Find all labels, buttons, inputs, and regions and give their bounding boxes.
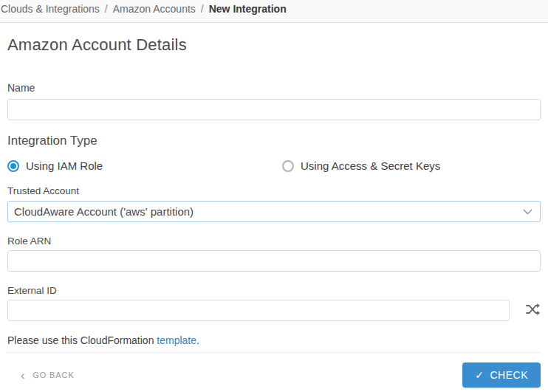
chevron-left-icon: ‹ bbox=[21, 371, 25, 379]
template-link[interactable]: template bbox=[157, 334, 196, 346]
trusted-account-select[interactable]: CloudAware Account ('aws' partition) bbox=[7, 201, 541, 222]
page-title: Amazon Account Details bbox=[7, 35, 541, 55]
external-id-label: External ID bbox=[7, 285, 541, 296]
check-icon: ✓ bbox=[475, 369, 484, 381]
chevron-down-icon bbox=[523, 209, 532, 215]
footer-actions: ‹ GO BACK ✓ CHECK bbox=[7, 353, 541, 388]
main-content: Amazon Account Details Name Integration … bbox=[0, 35, 548, 388]
radio-button-icon bbox=[7, 160, 19, 172]
name-label: Name bbox=[7, 82, 541, 94]
note-text: . bbox=[196, 334, 199, 346]
check-button[interactable]: ✓ CHECK bbox=[462, 362, 541, 388]
radio-label: Using Access & Secret Keys bbox=[301, 159, 440, 172]
breadcrumb-item-amazon-accounts[interactable]: Amazon Accounts bbox=[113, 3, 196, 15]
trusted-account-label: Trusted Account bbox=[7, 185, 541, 196]
generate-external-id-button[interactable] bbox=[526, 303, 540, 317]
breadcrumb: Clouds & Integrations / Amazon Accounts … bbox=[0, 0, 548, 23]
name-input[interactable] bbox=[7, 99, 541, 120]
trusted-account-selected-value: CloudAware Account ('aws' partition) bbox=[14, 205, 193, 218]
radio-button-icon bbox=[282, 160, 294, 172]
integration-type-radio-group: Using IAM Role Using Access & Secret Key… bbox=[7, 159, 541, 172]
note-text: Please use this CloudFormation bbox=[7, 334, 157, 346]
radio-using-iam-role[interactable]: Using IAM Role bbox=[7, 159, 274, 172]
breadcrumb-separator: / bbox=[105, 3, 108, 15]
external-id-row bbox=[7, 300, 541, 321]
role-arn-label: Role ARN bbox=[7, 235, 541, 247]
role-arn-input[interactable] bbox=[7, 250, 541, 272]
integration-type-heading: Integration Type bbox=[7, 134, 541, 148]
external-id-input[interactable] bbox=[7, 300, 510, 321]
cloudformation-note: Please use this CloudFormation template. bbox=[7, 334, 541, 346]
go-back-label: GO BACK bbox=[32, 371, 74, 379]
breadcrumb-item-clouds-integrations[interactable]: Clouds & Integrations bbox=[1, 3, 100, 15]
shuffle-icon bbox=[526, 303, 540, 317]
radio-label: Using IAM Role bbox=[26, 159, 103, 172]
radio-using-access-secret-keys[interactable]: Using Access & Secret Keys bbox=[274, 159, 541, 172]
go-back-button[interactable]: ‹ GO BACK bbox=[21, 371, 75, 379]
check-label: CHECK bbox=[490, 369, 528, 381]
breadcrumb-separator: / bbox=[201, 3, 204, 15]
breadcrumb-item-new-integration: New Integration bbox=[209, 3, 287, 15]
